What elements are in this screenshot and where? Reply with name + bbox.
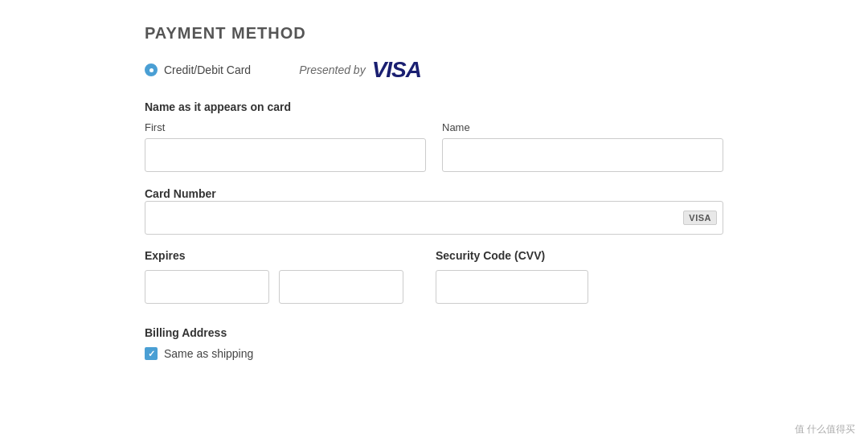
presented-by-text: Presented by — [299, 63, 366, 76]
card-number-wrapper: VISA — [145, 201, 723, 235]
billing-address-label: Billing Address — [145, 326, 723, 339]
card-number-label: Card Number — [145, 187, 216, 200]
presented-by-section: Presented by VISA — [299, 57, 421, 83]
watermark: 值 什么值得买 — [795, 423, 855, 436]
same-as-shipping-row[interactable]: ✓ Same as shipping — [145, 347, 723, 360]
last-name-field: Name — [442, 121, 723, 172]
page-title: PAYMENT METHOD — [145, 24, 723, 43]
last-name-input[interactable] — [442, 138, 723, 172]
first-name-input[interactable] — [145, 138, 426, 172]
card-number-section: Card Number VISA — [145, 186, 723, 235]
payment-form: PAYMENT METHOD Credit/Debit Card Present… — [145, 24, 723, 360]
first-name-label: First — [145, 121, 426, 133]
name-fields-row: First Name — [145, 121, 723, 172]
expires-label: Expires — [145, 249, 403, 262]
cvv-label: Security Code (CVV) — [436, 249, 588, 262]
cvv-input[interactable] — [436, 270, 588, 304]
expires-year-input[interactable] — [279, 270, 403, 304]
radio-button-selected[interactable] — [145, 63, 158, 76]
visa-badge: VISA — [683, 211, 717, 225]
same-as-shipping-checkbox[interactable]: ✓ — [145, 347, 158, 360]
billing-address-section: Billing Address ✓ Same as shipping — [145, 326, 723, 360]
expires-section: Expires — [145, 249, 403, 304]
expires-cvv-row: Expires Security Code (CVV) — [145, 249, 723, 304]
first-name-field: First — [145, 121, 426, 172]
visa-logo: VISA — [372, 57, 421, 83]
cvv-section: Security Code (CVV) — [436, 249, 588, 304]
credit-debit-card-option[interactable]: Credit/Debit Card — [145, 63, 251, 76]
same-as-shipping-label: Same as shipping — [164, 347, 253, 360]
expires-inputs — [145, 270, 403, 304]
last-name-label: Name — [442, 121, 723, 133]
checkmark-icon: ✓ — [148, 350, 155, 358]
name-on-card-label: Name as it appears on card — [145, 100, 723, 113]
expires-month-input[interactable] — [145, 270, 269, 304]
payment-method-row: Credit/Debit Card Presented by VISA — [145, 57, 723, 83]
credit-debit-card-label: Credit/Debit Card — [164, 63, 251, 76]
card-number-input[interactable] — [145, 201, 723, 235]
